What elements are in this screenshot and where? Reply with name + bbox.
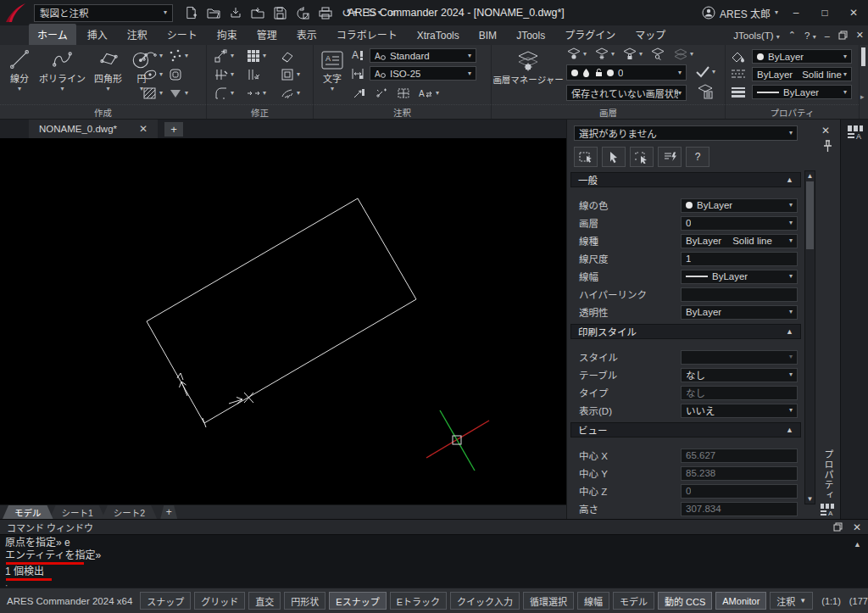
tab-sheet2[interactable]: シート2 [102,505,157,519]
layer-hide-button[interactable] [566,47,587,60]
layer-states-manager-button[interactable] [697,84,714,99]
layer-ok-button[interactable] [695,65,715,78]
toggle-polar[interactable]: 円形状 [284,592,326,610]
jtools-menu-button[interactable]: JTools(T) [733,31,780,41]
tab-constraints[interactable]: 拘束 [209,24,246,45]
select-cursor-button[interactable] [602,147,626,167]
polygon-button[interactable] [168,67,198,82]
tab-plugins[interactable]: プラグイン [556,24,624,45]
erase-button[interactable] [280,48,310,64]
ribbon-collapse-button[interactable]: ⌃ [788,30,796,41]
new-document-button[interactable]: + [164,122,183,137]
toggle-model[interactable]: モデル [613,592,654,610]
printstyle-dropdown[interactable] [681,350,798,365]
select-entities-button[interactable] [574,147,598,167]
lineweight-dropdown[interactable]: ByLayer [752,85,852,99]
ellipse-button[interactable] [142,67,168,82]
import-button[interactable] [251,7,264,20]
tab-map[interactable]: マップ [626,24,674,45]
tab-collaborate[interactable]: コラボレート [328,24,406,45]
lineweight-dropdown[interactable]: ByLayer [681,270,798,284]
selection-dropdown[interactable]: 選択がありません [574,125,798,141]
linecolor-dropdown[interactable]: ByLayer [681,198,798,213]
dim-style-dropdown[interactable]: AISO-25 [370,66,476,81]
add-sheet-button[interactable]: + [160,505,177,519]
hatch-button[interactable] [142,86,168,101]
ribbon-scroll-right-icon[interactable]: ▸ [860,92,865,101]
tab-insert[interactable]: 挿入 [79,24,116,45]
offset-button[interactable] [280,67,310,82]
download-button[interactable] [230,7,242,20]
match-properties-button[interactable] [246,86,280,101]
scroll-up-icon[interactable]: ▲ [805,172,815,180]
line-button[interactable]: 線分 [8,48,31,92]
text-button[interactable]: A 文字 [320,50,344,92]
command-close-button[interactable]: ✕ [853,521,861,533]
section-view-header[interactable]: ビュー ▲ [570,422,801,437]
dimension-style-button[interactable] [351,67,364,81]
workspace-dropdown[interactable]: 製図と注釈 [34,4,173,22]
toggle-grid[interactable]: グリッド [194,592,245,610]
palette-dock-tab-icon[interactable]: A [847,125,864,140]
save-button[interactable] [274,7,287,20]
toggle-snap[interactable]: スナップ [140,592,191,610]
tab-jtools[interactable]: JTools [508,26,554,45]
trim-button[interactable] [214,67,246,82]
user-account-button[interactable]: ARES 太郎 [702,6,778,20]
move-button[interactable] [214,48,246,64]
rectangle-button[interactable]: 四角形 [94,48,122,92]
tab-home[interactable]: ホーム [29,24,76,45]
toggle-amonitor[interactable]: AMonitor [715,592,766,610]
scrollbar-thumb[interactable] [806,181,814,249]
open-file-button[interactable] [207,7,220,19]
layer-isolate-button[interactable] [650,47,665,60]
minimize-button[interactable]: – [785,3,807,22]
text-tools-button[interactable]: A [419,87,439,99]
tab-xtratools[interactable]: XtraTools [409,26,468,45]
display-dropdown[interactable]: いいえ [681,404,798,418]
layer-freeze-button[interactable] [594,47,615,60]
doc-restore-button[interactable] [838,31,848,40]
toggle-quickinput[interactable]: クイック入力 [450,592,520,610]
section-printstyle-header[interactable]: 印刷スタイル ▲ [570,324,801,339]
linetype-dropdown[interactable]: ByLayerSolid line [752,67,852,81]
quick-select-button[interactable] [658,147,682,167]
smart-dimension-button[interactable] [375,87,388,99]
palette-pin-button[interactable] [822,140,833,153]
drawing-canvas[interactable] [0,138,566,504]
tab-model[interactable]: モデル [3,505,53,519]
doc-close-button[interactable]: ✕ [856,30,864,41]
line-color-dropdown[interactable]: ByLayer [752,49,852,64]
tab-annotate[interactable]: 注釈 [119,24,156,45]
layers-manager-button[interactable]: 画層マネージャー [497,50,559,86]
linetype-dropdown[interactable]: ByLayerSolid line [681,234,798,248]
arc-button[interactable] [142,48,168,64]
layer-tools-button[interactable] [673,47,693,60]
stretch-button[interactable] [246,67,280,82]
tab-sheet1[interactable]: シート1 [50,505,105,519]
palette-close-button[interactable]: ✕ [821,125,830,137]
section-general-header[interactable]: 一般 ▲ [570,172,801,187]
table-button[interactable] [397,87,410,99]
palette-scrollbar[interactable]: ▲ ▼ [804,170,815,504]
command-collapse-icon[interactable]: ▲ [854,538,861,551]
toggle-dynamic-ccs[interactable]: 動的 CCS [658,592,712,610]
palette-tab-properties[interactable]: プロパティ [819,449,837,501]
annotation-scale-dropdown[interactable]: 注釈▼ [770,592,813,610]
command-window-header[interactable]: コマンド ウィンドウ ✕ [0,520,868,535]
linescale-input[interactable]: 1 [681,252,798,266]
layer-dropdown[interactable]: 0 [681,216,798,231]
new-file-button[interactable] [185,6,198,20]
hyperlink-input[interactable] [681,287,798,302]
printtable-dropdown[interactable]: なし [681,368,798,382]
toggle-ortho[interactable]: 直交 [248,592,281,610]
close-button[interactable]: ✕ [843,3,865,22]
scroll-down-icon[interactable]: ▼ [805,495,815,503]
save-as-button[interactable] [296,7,309,20]
command-float-button[interactable] [833,522,843,532]
array-button[interactable] [246,48,280,64]
help-menu-button[interactable]: ? [804,31,816,41]
ribbon-scroll-handle[interactable] [861,47,865,66]
text-style-button[interactable]: A [351,48,364,62]
palette-help-button[interactable]: ? [686,147,709,167]
